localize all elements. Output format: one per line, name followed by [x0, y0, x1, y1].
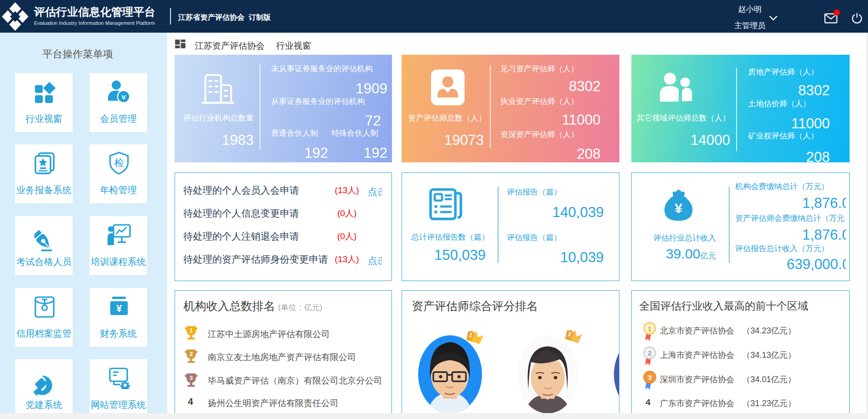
svg-text:¥: ¥ [675, 201, 682, 216]
svg-text:2: 2 [189, 350, 193, 357]
svg-text:3: 3 [189, 374, 193, 381]
svg-text:v: v [122, 93, 126, 101]
svg-text:¥: ¥ [116, 303, 122, 314]
svg-text:检: 检 [114, 157, 124, 168]
svg-text:3: 3 [648, 373, 652, 381]
svg-text:1: 1 [189, 327, 193, 334]
svg-text:1: 1 [648, 325, 652, 333]
svg-text:2: 2 [648, 349, 652, 357]
